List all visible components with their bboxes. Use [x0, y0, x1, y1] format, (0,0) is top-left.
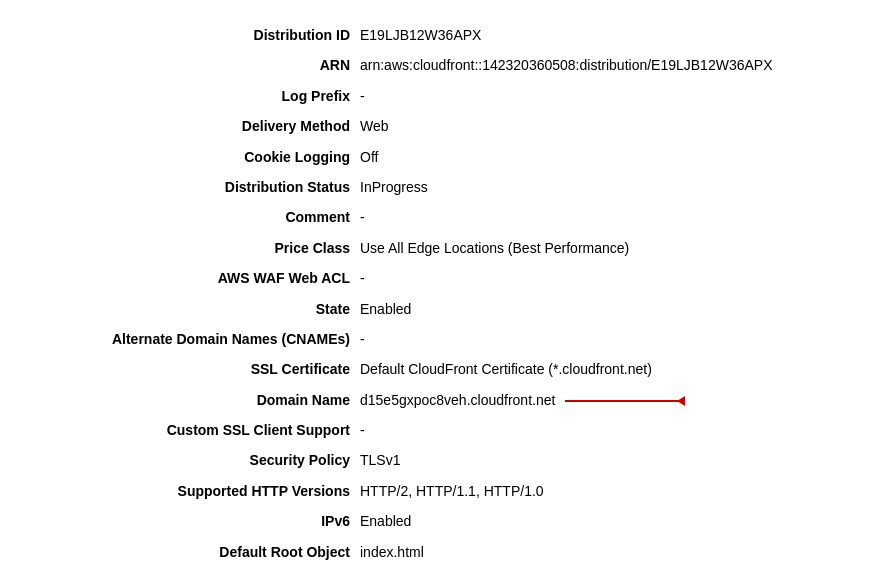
- distribution-id-value: E19LJB12W36APX: [360, 20, 839, 50]
- row-supported-http-versions: Supported HTTP VersionsHTTP/2, HTTP/1.1,…: [40, 476, 839, 506]
- row-comment: Comment-: [40, 202, 839, 232]
- row-distribution-status: Distribution StatusInProgress: [40, 172, 839, 202]
- security-policy-value: TLSv1: [360, 445, 839, 475]
- ssl-certificate-label: SSL Certificate: [40, 354, 360, 384]
- supported-http-versions-value: HTTP/2, HTTP/1.1, HTTP/1.0: [360, 476, 839, 506]
- domain-name-text: d15e5gxpoc8veh.cloudfront.net: [360, 392, 555, 408]
- distribution-status-value: InProgress: [360, 172, 839, 202]
- security-policy-label: Security Policy: [40, 445, 360, 475]
- state-label: State: [40, 294, 360, 324]
- arn-value: arn:aws:cloudfront::142320360508:distrib…: [360, 50, 839, 80]
- row-cookie-logging: Cookie LoggingOff: [40, 142, 839, 172]
- row-domain-name: Domain Named15e5gxpoc8veh.cloudfront.net: [40, 385, 839, 415]
- custom-ssl-client-support-label: Custom SSL Client Support: [40, 415, 360, 445]
- ipv6-value: Enabled: [360, 506, 839, 536]
- row-distribution-id: Distribution IDE19LJB12W36APX: [40, 20, 839, 50]
- domain-arrow-indicator: [565, 389, 685, 411]
- delivery-method-value: Web: [360, 111, 839, 141]
- info-table: Distribution IDE19LJB12W36APXARNarn:aws:…: [40, 20, 839, 571]
- domain-name-label: Domain Name: [40, 385, 360, 415]
- log-prefix-label: Log Prefix: [40, 81, 360, 111]
- supported-http-versions-label: Supported HTTP Versions: [40, 476, 360, 506]
- default-root-object-value: index.html: [360, 537, 839, 567]
- state-value: Enabled: [360, 294, 839, 324]
- arn-label: ARN: [40, 50, 360, 80]
- row-state: StateEnabled: [40, 294, 839, 324]
- row-delivery-method: Delivery MethodWeb: [40, 111, 839, 141]
- row-ipv6: IPv6Enabled: [40, 506, 839, 536]
- alternate-domain-names-label: Alternate Domain Names (CNAMEs): [40, 324, 360, 354]
- delivery-method-label: Delivery Method: [40, 111, 360, 141]
- row-default-root-object: Default Root Objectindex.html: [40, 537, 839, 567]
- arrow-line: [565, 400, 685, 402]
- ssl-certificate-value: Default CloudFront Certificate (*.cloudf…: [360, 354, 839, 384]
- last-modified-value: 2021-03-30 09:39 UTC-4: [360, 567, 839, 571]
- log-prefix-value: -: [360, 81, 839, 111]
- aws-waf-web-acl-value: -: [360, 263, 839, 293]
- comment-label: Comment: [40, 202, 360, 232]
- cookie-logging-label: Cookie Logging: [40, 142, 360, 172]
- custom-ssl-client-support-value: -: [360, 415, 839, 445]
- row-custom-ssl-client-support: Custom SSL Client Support-: [40, 415, 839, 445]
- last-modified-label: Last Modified: [40, 567, 360, 571]
- row-last-modified: Last Modified2021-03-30 09:39 UTC-4: [40, 567, 839, 571]
- row-arn: ARNarn:aws:cloudfront::142320360508:dist…: [40, 50, 839, 80]
- row-price-class: Price ClassUse All Edge Locations (Best …: [40, 233, 839, 263]
- domain-name-value: d15e5gxpoc8veh.cloudfront.net: [360, 385, 839, 415]
- comment-value: -: [360, 202, 839, 232]
- row-security-policy: Security PolicyTLSv1: [40, 445, 839, 475]
- row-log-prefix: Log Prefix-: [40, 81, 839, 111]
- alternate-domain-names-value: -: [360, 324, 839, 354]
- row-alternate-domain-names: Alternate Domain Names (CNAMEs)-: [40, 324, 839, 354]
- price-class-label: Price Class: [40, 233, 360, 263]
- cookie-logging-value: Off: [360, 142, 839, 172]
- distribution-status-label: Distribution Status: [40, 172, 360, 202]
- ipv6-label: IPv6: [40, 506, 360, 536]
- distribution-id-label: Distribution ID: [40, 20, 360, 50]
- row-ssl-certificate: SSL CertificateDefault CloudFront Certif…: [40, 354, 839, 384]
- price-class-value: Use All Edge Locations (Best Performance…: [360, 233, 839, 263]
- row-aws-waf-web-acl: AWS WAF Web ACL-: [40, 263, 839, 293]
- aws-waf-web-acl-label: AWS WAF Web ACL: [40, 263, 360, 293]
- default-root-object-label: Default Root Object: [40, 537, 360, 567]
